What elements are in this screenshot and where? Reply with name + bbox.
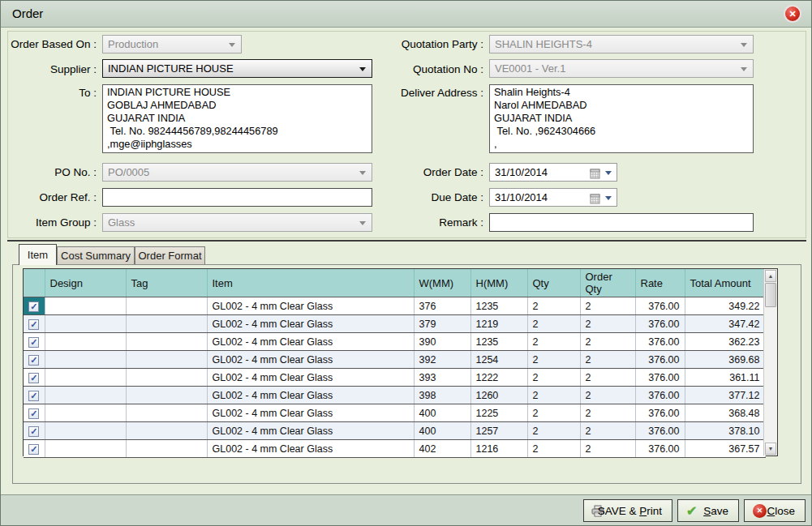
cell-qty[interactable]: 2 <box>527 440 580 458</box>
po-no-select[interactable]: PO/0005 <box>102 163 372 182</box>
cell-item[interactable]: GL002 - 4 mm Clear Glass <box>207 333 414 351</box>
cell-item[interactable]: GL002 - 4 mm Clear Glass <box>207 351 414 369</box>
to-address-textarea[interactable]: INDIAN PICTURE HOUSE GOBLAJ AHMEDABAD GU… <box>102 84 372 153</box>
cell-rate[interactable]: 376.00 <box>635 440 685 458</box>
cell-w[interactable]: 402 <box>414 440 470 458</box>
row-select-cell[interactable]: ✓ <box>24 422 45 440</box>
supplier-select[interactable]: INDIAN PICTURE HOUSE <box>102 59 372 78</box>
cell-w[interactable]: 400 <box>414 404 470 422</box>
cell-order_qty[interactable]: 2 <box>580 333 635 351</box>
col-qty[interactable]: Qty <box>527 269 580 297</box>
cell-design[interactable] <box>45 297 126 315</box>
row-select-cell[interactable]: ✓ <box>24 387 45 404</box>
cell-qty[interactable]: 2 <box>527 422 580 440</box>
window-close-button[interactable]: ✕ <box>784 5 801 23</box>
cell-rate[interactable]: 376.00 <box>635 369 685 387</box>
cell-tag[interactable] <box>126 369 207 387</box>
cell-total[interactable]: 369.68 <box>685 351 765 369</box>
cell-total[interactable]: 367.57 <box>685 440 765 458</box>
cell-w[interactable]: 400 <box>414 422 470 440</box>
cell-total[interactable]: 362.23 <box>685 333 765 351</box>
chevron-down-icon[interactable] <box>605 196 612 200</box>
row-checkbox[interactable]: ✓ <box>28 301 39 312</box>
cell-tag[interactable] <box>126 315 207 333</box>
cell-total[interactable]: 349.22 <box>685 297 765 315</box>
quotation-party-select[interactable]: SHALIN HEIGHTS-4 <box>489 35 754 53</box>
cell-rate[interactable]: 376.00 <box>635 315 685 333</box>
cell-qty[interactable]: 2 <box>527 404 580 422</box>
col-item[interactable]: Item <box>207 269 414 297</box>
cell-qty[interactable]: 2 <box>527 297 580 315</box>
chevron-down-icon[interactable] <box>605 171 612 175</box>
row-select-cell[interactable]: ✓ <box>24 297 45 315</box>
cell-item[interactable]: GL002 - 4 mm Clear Glass <box>207 404 414 422</box>
row-checkbox[interactable]: ✓ <box>28 391 39 401</box>
cell-item[interactable]: GL002 - 4 mm Clear Glass <box>207 422 414 440</box>
cell-tag[interactable] <box>126 440 207 458</box>
col-h-mm[interactable]: H(MM) <box>470 269 527 297</box>
item-group-select[interactable]: Glass <box>102 213 372 232</box>
row-checkbox[interactable]: ✓ <box>28 319 39 330</box>
cell-order_qty[interactable]: 2 <box>580 422 635 440</box>
cell-w[interactable]: 379 <box>414 315 470 333</box>
cell-order_qty[interactable]: 2 <box>580 351 635 369</box>
row-select-cell[interactable]: ✓ <box>24 369 45 387</box>
cell-rate[interactable]: 376.00 <box>635 351 685 369</box>
row-select-cell[interactable]: ✓ <box>24 333 45 351</box>
cell-qty[interactable]: 2 <box>527 351 580 369</box>
cell-design[interactable] <box>45 387 126 404</box>
cell-w[interactable]: 376 <box>414 297 470 315</box>
cell-order_qty[interactable]: 2 <box>580 315 635 333</box>
cell-w[interactable]: 390 <box>414 333 470 351</box>
col-rate[interactable]: Rate <box>635 269 685 297</box>
cell-rate[interactable]: 376.00 <box>635 333 685 351</box>
cell-h[interactable]: 1219 <box>470 315 527 333</box>
cell-qty[interactable]: 2 <box>527 315 580 333</box>
cell-design[interactable] <box>45 315 126 333</box>
row-checkbox[interactable]: ✓ <box>28 408 39 419</box>
cell-total[interactable]: 378.10 <box>685 422 765 440</box>
cell-item[interactable]: GL002 - 4 mm Clear Glass <box>207 315 414 333</box>
cell-total[interactable]: 377.12 <box>685 387 765 404</box>
row-select-cell[interactable]: ✓ <box>24 404 45 422</box>
col-design[interactable]: Design <box>45 269 126 297</box>
cell-design[interactable] <box>45 422 126 440</box>
cell-item[interactable]: GL002 - 4 mm Clear Glass <box>207 440 414 458</box>
order-ref-input[interactable] <box>102 188 372 207</box>
cell-total[interactable]: 347.42 <box>685 315 765 333</box>
cell-design[interactable] <box>45 333 126 351</box>
cell-h[interactable]: 1235 <box>470 333 527 351</box>
cell-design[interactable] <box>45 440 126 458</box>
cell-tag[interactable] <box>126 297 207 315</box>
col-select[interactable] <box>24 269 45 297</box>
row-checkbox[interactable]: ✓ <box>28 355 39 366</box>
cell-tag[interactable] <box>126 387 207 404</box>
remark-input[interactable] <box>489 213 754 232</box>
due-date-input[interactable]: 31/10/2014 <box>489 188 617 207</box>
col-total-amount[interactable]: Total Amount <box>685 269 765 297</box>
cell-h[interactable]: 1225 <box>470 404 527 422</box>
cell-w[interactable]: 392 <box>414 351 470 369</box>
grid-vertical-scrollbar[interactable]: ▲ ▼ <box>763 269 777 455</box>
cell-order_qty[interactable]: 2 <box>580 387 635 404</box>
deliver-address-textarea[interactable]: Shalin Heights-4 Narol AHMEDABAD GUJARAT… <box>489 84 754 153</box>
cell-design[interactable] <box>45 404 126 422</box>
cell-order_qty[interactable]: 2 <box>580 440 635 458</box>
row-checkbox[interactable]: ✓ <box>28 444 39 455</box>
cell-rate[interactable]: 376.00 <box>635 387 685 404</box>
cell-tag[interactable] <box>126 351 207 369</box>
cell-tag[interactable] <box>126 404 207 422</box>
row-checkbox[interactable]: ✓ <box>28 337 39 348</box>
row-select-cell[interactable]: ✓ <box>24 315 45 333</box>
cell-h[interactable]: 1254 <box>470 351 527 369</box>
cell-h[interactable]: 1235 <box>470 297 527 315</box>
scroll-down-icon[interactable]: ▼ <box>765 443 776 455</box>
col-tag[interactable]: Tag <box>126 269 207 297</box>
cell-rate[interactable]: 376.00 <box>635 422 685 440</box>
cell-total[interactable]: 361.11 <box>685 369 765 387</box>
save-button[interactable]: ✔ Save <box>677 499 739 522</box>
cell-h[interactable]: 1216 <box>470 440 527 458</box>
row-select-cell[interactable]: ✓ <box>24 351 45 369</box>
order-based-on-select[interactable]: Production <box>102 35 242 53</box>
cell-total[interactable]: 368.48 <box>685 404 765 422</box>
